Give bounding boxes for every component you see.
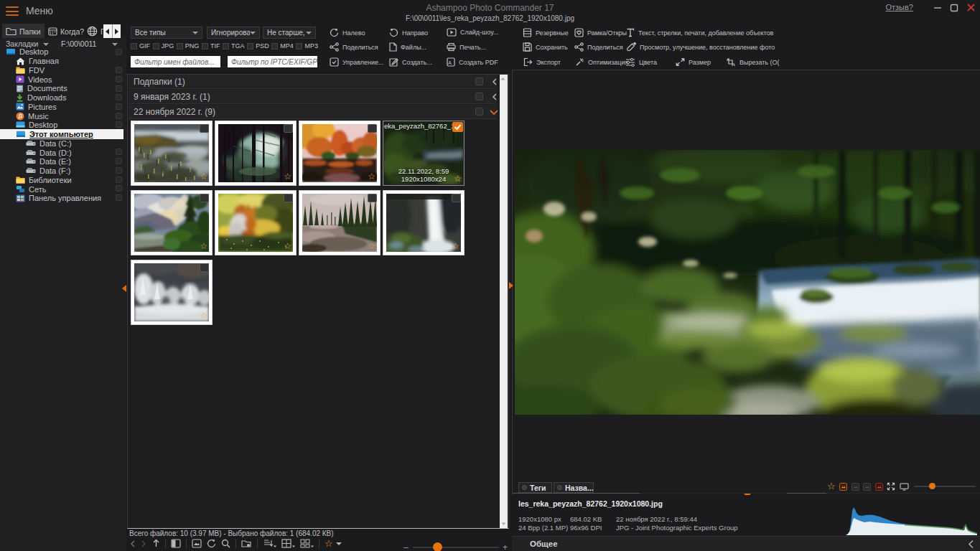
svg-text:A: A: [448, 60, 452, 65]
